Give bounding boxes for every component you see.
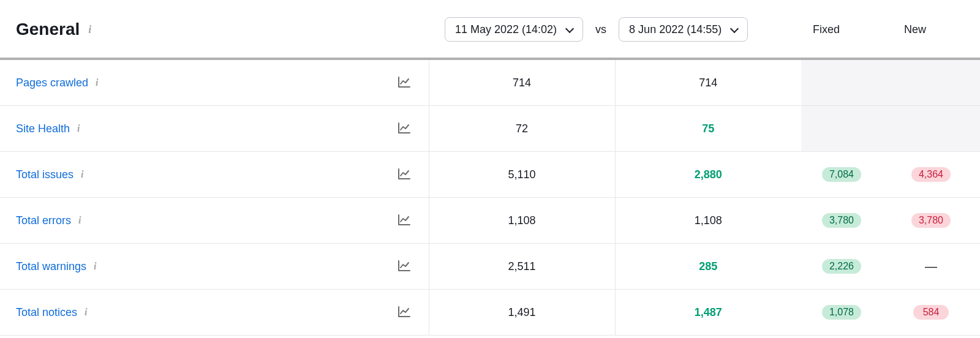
date-to-select[interactable]: 8 Jun 2022 (14:55): [619, 17, 748, 42]
fixed-cell: 3,780: [801, 198, 882, 244]
new-badge: 584: [913, 305, 949, 320]
chevron-down-icon: [730, 25, 739, 34]
value-after: 2,880: [615, 152, 801, 198]
chart-icon[interactable]: [397, 75, 413, 91]
table-row: Total warningsi2,5112852,226—: [0, 244, 980, 290]
fixed-cell: 7,084: [801, 152, 882, 198]
metric-link[interactable]: Site Health: [16, 122, 70, 135]
fixed-badge: 7,084: [822, 167, 861, 182]
chart-icon[interactable]: [397, 121, 413, 137]
table-row: Site Healthi7275: [0, 106, 980, 152]
header-row: General i 11 May 2022 (14:02) vs 8 Jun 2…: [0, 0, 980, 58]
metric-link[interactable]: Total errors: [16, 214, 71, 227]
date-from-select[interactable]: 11 May 2022 (14:02): [445, 17, 583, 42]
table-row: Total noticesi1,4911,4871,078584: [0, 290, 980, 336]
metrics-table: Pages crawledi714714Site Healthi7275Tota…: [0, 60, 980, 336]
section-title: General: [16, 20, 80, 39]
fixed-cell: 1,078: [801, 290, 882, 336]
fixed-badge: 3,780: [822, 213, 861, 228]
row-label-cell: Pages crawledi: [0, 60, 429, 105]
value-before: 714: [429, 60, 615, 106]
metric-link[interactable]: Total notices: [16, 306, 77, 319]
fixed-cell: [801, 106, 882, 152]
new-badge: 4,364: [911, 167, 951, 182]
value-after: 285: [615, 244, 801, 290]
table-row: Total errorsi1,1081,1083,7803,780: [0, 198, 980, 244]
value-after: 1,487: [615, 290, 801, 336]
value-before: 5,110: [429, 152, 615, 198]
new-cell: 4,364: [882, 152, 980, 198]
chevron-down-icon: [565, 25, 574, 34]
chart-icon[interactable]: [397, 167, 413, 182]
new-badge: 3,780: [911, 213, 951, 228]
value-before: 1,108: [429, 198, 615, 244]
row-label-cell: Total errorsi: [0, 198, 429, 243]
info-icon[interactable]: i: [78, 216, 81, 225]
new-cell: 584: [882, 290, 980, 336]
fixed-column-header: Fixed: [786, 23, 866, 36]
new-cell: 3,780: [882, 198, 980, 244]
chart-icon[interactable]: [397, 304, 413, 320]
title-wrap: General i: [16, 20, 445, 39]
info-icon[interactable]: i: [88, 24, 91, 35]
row-label-cell: Total warningsi: [0, 244, 429, 289]
info-icon[interactable]: i: [94, 261, 96, 271]
new-cell: [882, 106, 980, 152]
new-cell: [882, 60, 980, 106]
value-after: 1,108: [615, 198, 801, 244]
fixed-cell: [801, 60, 882, 106]
table-row: Total issuesi5,1102,8807,0844,364: [0, 152, 980, 198]
value-before: 1,491: [429, 290, 615, 336]
new-empty: —: [925, 260, 937, 273]
fixed-badge: 1,078: [822, 305, 861, 320]
chart-icon[interactable]: [397, 212, 413, 228]
info-icon[interactable]: i: [77, 124, 80, 133]
row-label-cell: Total issuesi: [0, 152, 429, 197]
metric-link[interactable]: Total issues: [16, 168, 74, 181]
general-report: General i 11 May 2022 (14:02) vs 8 Jun 2…: [0, 0, 980, 336]
row-label-cell: Total noticesi: [0, 290, 429, 335]
row-label-cell: Site Healthi: [0, 106, 429, 151]
fixed-cell: 2,226: [801, 244, 882, 290]
value-before: 72: [429, 106, 615, 152]
metric-link[interactable]: Total warnings: [16, 260, 86, 273]
new-cell: —: [882, 244, 980, 290]
table-row: Pages crawledi714714: [0, 60, 980, 106]
metric-link[interactable]: Pages crawled: [16, 77, 88, 89]
value-after: 75: [615, 106, 801, 152]
chart-icon[interactable]: [397, 258, 413, 274]
value-after: 714: [615, 60, 801, 106]
info-icon[interactable]: i: [96, 78, 98, 88]
date-compare-controls: 11 May 2022 (14:02) vs 8 Jun 2022 (14:55…: [445, 17, 748, 42]
fixed-badge: 2,226: [822, 259, 861, 274]
info-icon[interactable]: i: [81, 170, 83, 179]
new-column-header: New: [866, 23, 964, 36]
date-from-label: 11 May 2022 (14:02): [455, 23, 557, 36]
date-to-label: 8 Jun 2022 (14:55): [629, 23, 722, 36]
value-before: 2,511: [429, 244, 615, 290]
info-icon[interactable]: i: [85, 307, 87, 317]
header-right: 11 May 2022 (14:02) vs 8 Jun 2022 (14:55…: [445, 17, 964, 42]
vs-label: vs: [595, 23, 606, 36]
